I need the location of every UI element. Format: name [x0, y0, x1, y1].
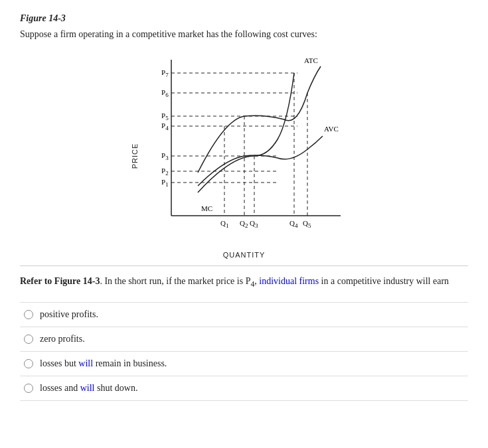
- svg-text:P1: P1: [161, 178, 169, 188]
- svg-text:P3: P3: [161, 151, 169, 161]
- question-text: Refer to Figure 14-3. In the short run, …: [20, 265, 468, 290]
- svg-text:P4: P4: [161, 121, 169, 131]
- svg-text:P7: P7: [161, 68, 169, 78]
- svg-text:AVC: AVC: [324, 125, 339, 133]
- x-axis-label: QUANTITY: [223, 251, 266, 259]
- y-axis-label: PRICE: [131, 143, 139, 169]
- chart-svg: P7 P6 P5 P4 P3 P2 P1 Q1 Q2 Q3 Q4 Q5 ATC …: [145, 53, 351, 239]
- figure-label: Figure 14-3: [20, 13, 468, 24]
- svg-text:ATC: ATC: [304, 56, 318, 64]
- svg-text:Q3: Q3: [250, 219, 258, 229]
- svg-text:Q1: Q1: [220, 219, 228, 229]
- svg-text:Q4: Q4: [289, 219, 298, 229]
- option-label-losses-shutdown: losses and will shut down.: [40, 383, 137, 394]
- radio-losses-remain[interactable]: [24, 359, 33, 368]
- svg-text:Q5: Q5: [303, 219, 311, 229]
- option-losses-shutdown[interactable]: losses and will shut down.: [20, 376, 468, 401]
- svg-text:Q2: Q2: [240, 219, 248, 229]
- svg-text:MC: MC: [201, 204, 212, 212]
- question-bold-prefix: Refer to Figure 14-3: [20, 276, 100, 286]
- options-list: positive profits. zero profits. losses b…: [20, 302, 468, 401]
- svg-text:P5: P5: [161, 112, 169, 121]
- radio-positive-profits[interactable]: [24, 310, 33, 319]
- option-zero-profits[interactable]: zero profits.: [20, 327, 468, 352]
- option-positive-profits[interactable]: positive profits.: [20, 302, 468, 327]
- svg-text:P6: P6: [161, 88, 169, 98]
- chart-area: PRICE: [20, 53, 468, 259]
- option-label-zero-profits: zero profits.: [40, 334, 85, 344]
- figure-caption: Suppose a firm operating in a competitiv…: [20, 28, 468, 41]
- radio-zero-profits[interactable]: [24, 335, 33, 344]
- option-losses-remain[interactable]: losses but will remain in business.: [20, 352, 468, 376]
- option-label-losses-remain: losses but will remain in business.: [40, 358, 167, 369]
- option-label-positive-profits: positive profits.: [40, 309, 98, 320]
- svg-text:P2: P2: [161, 167, 169, 177]
- radio-losses-shutdown[interactable]: [24, 384, 33, 393]
- question-main: . In the short run, if the market price …: [100, 276, 449, 286]
